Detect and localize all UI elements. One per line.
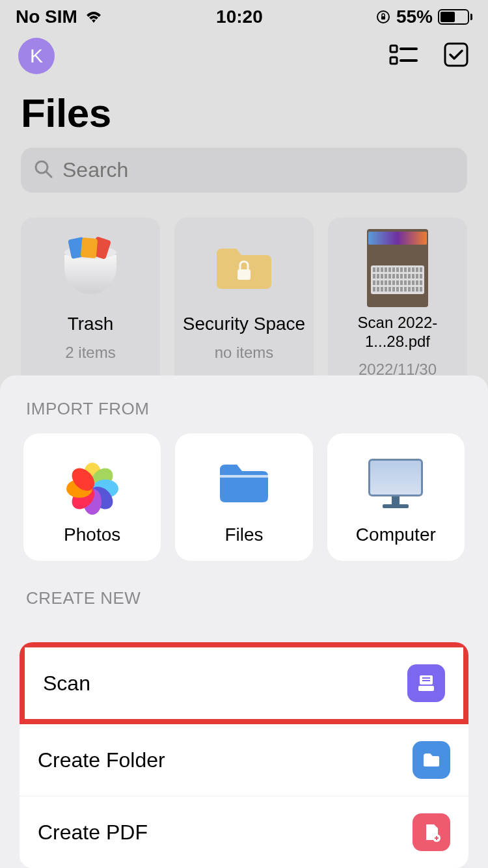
create-pdf-button[interactable]: Create PDF — [20, 796, 468, 868]
avatar[interactable]: K — [18, 38, 55, 74]
card-subtitle: no items — [215, 344, 274, 362]
status-time: 10:20 — [216, 7, 263, 27]
svg-rect-6 — [445, 44, 467, 66]
import-photos-button[interactable]: Photos — [23, 433, 161, 561]
import-label: Photos — [64, 524, 120, 545]
locked-folder-icon — [208, 236, 280, 301]
import-label: Files — [224, 524, 263, 545]
header: K — [0, 30, 488, 82]
svg-line-8 — [46, 172, 51, 177]
svg-rect-4 — [390, 57, 397, 64]
create-section-title: CREATE NEW — [0, 588, 488, 623]
svg-rect-9 — [237, 269, 251, 280]
import-section-title: IMPORT FROM — [0, 399, 488, 433]
search-icon — [34, 159, 53, 182]
files-folder-icon — [215, 454, 273, 513]
scanner-icon — [407, 664, 445, 702]
scan-button[interactable]: Scan — [20, 642, 468, 724]
orientation-lock-icon — [375, 9, 391, 25]
view-mode-icon[interactable] — [389, 43, 418, 69]
svg-rect-2 — [390, 46, 397, 52]
battery-pct: 55% — [396, 7, 433, 27]
import-computer-button[interactable]: Computer — [327, 433, 465, 561]
file-grid: Trash 2 items Security Space no items Sc… — [0, 193, 488, 393]
scan-pdf-card[interactable]: Scan 2022-1...28.pdf 2022/11/30 — [328, 217, 467, 393]
folder-icon — [413, 741, 450, 779]
status-bar: No SIM 10:20 55% — [0, 0, 488, 30]
photos-icon — [63, 454, 122, 513]
svg-rect-1 — [381, 16, 385, 20]
svg-rect-10 — [220, 475, 268, 478]
page-title: Files — [0, 82, 488, 148]
security-space-card[interactable]: Security Space no items — [174, 217, 314, 393]
wifi-icon — [84, 10, 103, 24]
list-label: Create Folder — [38, 748, 165, 772]
trash-icon — [55, 236, 126, 301]
pdf-thumbnail — [362, 236, 433, 301]
list-label: Scan — [43, 671, 90, 696]
card-title: Security Space — [183, 314, 305, 334]
computer-icon — [366, 454, 425, 513]
search-box[interactable] — [21, 148, 467, 193]
carrier-text: No SIM — [16, 7, 77, 27]
trash-card[interactable]: Trash 2 items — [21, 217, 160, 393]
import-files-button[interactable]: Files — [175, 433, 312, 561]
search-input[interactable] — [62, 158, 454, 182]
battery-icon — [438, 9, 472, 25]
action-sheet: IMPORT FROM Photos — [0, 375, 488, 868]
card-title: Trash — [68, 314, 114, 334]
svg-rect-14 — [418, 686, 434, 691]
pdf-add-icon — [413, 813, 450, 851]
list-label: Create PDF — [38, 821, 148, 845]
create-folder-button[interactable]: Create Folder — [20, 724, 468, 796]
card-subtitle: 2 items — [65, 344, 115, 362]
card-title: Scan 2022-1...28.pdf — [336, 314, 459, 351]
select-icon[interactable] — [442, 41, 470, 71]
import-label: Computer — [356, 524, 436, 545]
